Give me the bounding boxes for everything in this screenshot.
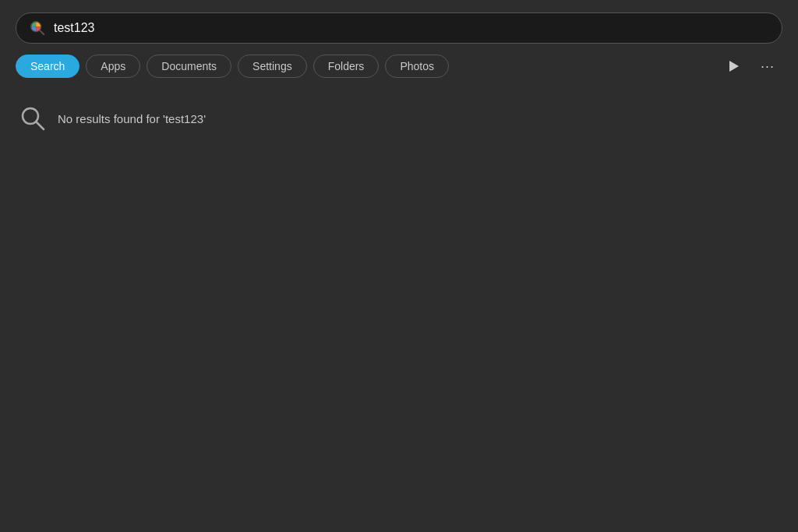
search-bar — [16, 12, 782, 44]
tab-documents[interactable]: Documents — [147, 55, 231, 78]
svg-point-8 — [23, 108, 38, 124]
more-options-button[interactable]: ··· — [753, 55, 782, 78]
tab-apps[interactable]: Apps — [86, 55, 140, 78]
tab-photos[interactable]: Photos — [385, 55, 449, 78]
svg-line-9 — [37, 122, 44, 129]
no-results-text: No results found for 'test123' — [58, 112, 206, 125]
svg-rect-5 — [31, 26, 36, 31]
tab-search[interactable]: Search — [16, 55, 79, 78]
no-results-search-icon — [19, 104, 47, 132]
tabs-row: Search Apps Documents Settings Folders P… — [16, 55, 782, 78]
tab-settings[interactable]: Settings — [238, 55, 307, 78]
more-dots-icon: ··· — [761, 59, 775, 73]
svg-rect-3 — [31, 22, 36, 26]
svg-rect-4 — [36, 22, 41, 26]
app-container: Search Apps Documents Settings Folders P… — [0, 0, 798, 153]
play-button[interactable] — [722, 56, 747, 76]
play-icon — [729, 61, 739, 72]
no-results-area: No results found for 'test123' — [16, 97, 782, 140]
svg-line-1 — [40, 30, 44, 34]
tab-folders[interactable]: Folders — [313, 55, 380, 78]
search-input[interactable] — [54, 21, 769, 35]
search-bar-icon — [29, 19, 46, 37]
